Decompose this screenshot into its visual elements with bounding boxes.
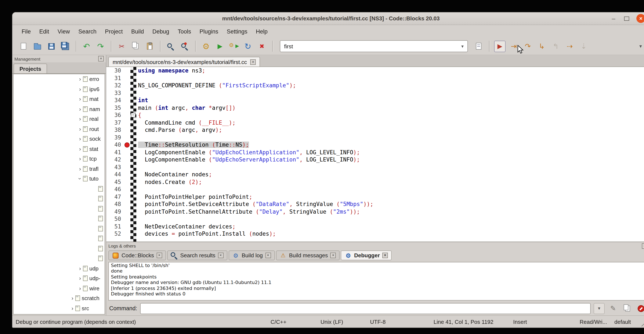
- tree-item-src[interactable]: ›src: [14, 303, 104, 313]
- chevron-down-icon[interactable]: ▾: [461, 44, 464, 49]
- save-all-button[interactable]: [60, 41, 71, 52]
- tree-item-stat[interactable]: ›stat: [14, 144, 104, 154]
- line-number[interactable]: 44: [106, 171, 123, 178]
- menu-build[interactable]: Build: [127, 26, 148, 37]
- tree-chevron-icon[interactable]: ›: [77, 266, 83, 271]
- tree-item-se[interactable]: se: [14, 233, 104, 243]
- code-line[interactable]: 45 nodes.Create (2);: [106, 178, 644, 186]
- breakpoint-icon[interactable]: [124, 142, 129, 148]
- tree-item-udp[interactable]: ›udp: [14, 263, 104, 273]
- code-line[interactable]: 36{: [106, 112, 644, 119]
- tree-item-se[interactable]: se: [14, 224, 104, 233]
- log-tab-code-blocks[interactable]: Code::Blocks×: [108, 250, 166, 260]
- open-file-button[interactable]: [32, 41, 43, 52]
- tree-chevron-icon[interactable]: ›: [77, 106, 83, 112]
- line-number[interactable]: 51: [106, 223, 123, 230]
- code-line[interactable]: 39: [106, 134, 644, 141]
- menu-view[interactable]: View: [53, 26, 74, 37]
- tree-item-th[interactable]: th: [14, 253, 104, 263]
- command-history-button[interactable]: ▾: [594, 303, 604, 314]
- code-line[interactable]: 30using namespace ns3;: [106, 67, 644, 74]
- tree-chevron-icon[interactable]: ›: [77, 77, 83, 82]
- find-button[interactable]: [165, 41, 176, 52]
- line-number[interactable]: 52: [106, 231, 123, 237]
- next-instruction-button[interactable]: ⇢: [564, 41, 576, 52]
- tree-item-scratch[interactable]: ›scratch: [14, 293, 104, 303]
- resize-grip-icon[interactable]: [640, 318, 644, 326]
- tree-item-wire[interactable]: ›wire: [14, 283, 104, 293]
- abort-build-button[interactable]: ✖: [256, 41, 268, 52]
- line-number[interactable]: 47: [106, 194, 123, 200]
- tree-chevron-icon[interactable]: ›: [77, 176, 83, 182]
- code-line[interactable]: 41 LogComponentEnable ("UdpEchoClientApp…: [106, 149, 644, 156]
- code-line[interactable]: 51 NetDeviceContainer devices;: [106, 223, 644, 230]
- copy-output-button[interactable]: [622, 303, 632, 314]
- code-line[interactable]: 37 CommandLine cmd (__FILE__);: [106, 119, 644, 126]
- build-button[interactable]: ⚙: [200, 41, 212, 52]
- tree-chevron-icon[interactable]: ›: [77, 156, 83, 162]
- cut-button[interactable]: ✂: [116, 41, 128, 52]
- search-combo[interactable]: first▾: [280, 40, 468, 52]
- menu-tools[interactable]: Tools: [174, 26, 195, 37]
- line-number[interactable]: 46: [106, 186, 123, 193]
- line-number[interactable]: 34: [106, 97, 123, 104]
- minimize-button[interactable]: –: [610, 15, 617, 22]
- line-number[interactable]: 33: [106, 90, 123, 96]
- tab-close-icon[interactable]: ×: [330, 253, 336, 258]
- code-editor[interactable]: − 30using namespace ns3;3132NS_LOG_COMPO…: [106, 67, 644, 242]
- code-line[interactable]: 35main (int argc, char *argv[]): [106, 104, 644, 112]
- edit-command-button[interactable]: ✎: [608, 303, 618, 314]
- tree-chevron-icon[interactable]: ›: [77, 126, 83, 132]
- tree-item-fir[interactable]: fir: [14, 194, 104, 204]
- new-file-button[interactable]: [18, 41, 29, 52]
- tree-chevron-icon[interactable]: ›: [70, 305, 75, 311]
- line-number[interactable]: 45: [106, 179, 123, 185]
- line-number[interactable]: 31: [106, 75, 123, 81]
- code-line[interactable]: 47 PointToPointHelper pointToPoint;: [106, 193, 644, 200]
- save-button[interactable]: [46, 41, 57, 52]
- code-line[interactable]: 42 LogComponentEnable ("UdpEchoServerApp…: [106, 156, 644, 163]
- tree-chevron-icon[interactable]: ›: [77, 96, 83, 102]
- step-into-instruction-button[interactable]: ⇣: [578, 41, 590, 52]
- tree-chevron-icon[interactable]: ›: [77, 136, 83, 142]
- fold-margin[interactable]: −: [130, 67, 136, 242]
- tree-item-fif[interactable]: fif: [14, 184, 104, 194]
- menu-settings[interactable]: Settings: [222, 26, 252, 37]
- redo-button[interactable]: ↷: [95, 41, 106, 52]
- tree-chevron-icon[interactable]: ›: [77, 166, 83, 172]
- line-number[interactable]: 30: [106, 68, 123, 74]
- tree-item-fo[interactable]: fo: [14, 204, 104, 214]
- close-button[interactable]: ×: [636, 14, 644, 23]
- menu-help[interactable]: Help: [252, 26, 272, 37]
- undo-button[interactable]: ↶: [81, 41, 92, 52]
- line-number[interactable]: 35: [106, 105, 123, 111]
- tree-item-ipv6[interactable]: ›ipv6: [14, 84, 104, 94]
- log-tab-build-messages[interactable]: ⚠Build messages×: [276, 250, 340, 260]
- build-and-run-button[interactable]: [228, 41, 240, 52]
- code-line[interactable]: 43: [106, 163, 644, 171]
- copy-button[interactable]: [130, 41, 142, 52]
- menu-search[interactable]: Search: [74, 26, 101, 37]
- line-number[interactable]: 38: [106, 127, 123, 133]
- line-number[interactable]: 48: [106, 201, 123, 207]
- search-options-button[interactable]: [473, 41, 484, 52]
- editor-tab-close-icon[interactable]: ×: [250, 59, 256, 65]
- code-line[interactable]: 46: [106, 186, 644, 193]
- tree-item-tcp[interactable]: ›tcp: [14, 154, 104, 164]
- menu-plugins[interactable]: Plugins: [195, 26, 222, 37]
- line-number[interactable]: 32: [106, 83, 123, 89]
- line-number[interactable]: 43: [106, 164, 123, 170]
- run-button[interactable]: ▶: [214, 41, 226, 52]
- editor-tab[interactable]: mnt/dev/tools/source/ns-3-dev/examples/t…: [108, 57, 260, 67]
- code-line[interactable]: 34int: [106, 97, 644, 104]
- debugger-command-input[interactable]: [140, 303, 591, 314]
- log-tab-debugger[interactable]: ⚙Debugger×: [341, 250, 392, 260]
- tree-item-he[interactable]: he: [14, 214, 104, 224]
- line-number[interactable]: 49: [106, 209, 123, 215]
- tree-item-sock[interactable]: ›sock: [14, 134, 104, 144]
- management-close-icon[interactable]: ×: [98, 56, 104, 62]
- line-number[interactable]: 39: [106, 134, 123, 141]
- code-line[interactable]: 33: [106, 89, 644, 97]
- line-number[interactable]: 36: [106, 112, 123, 119]
- tab-close-icon[interactable]: ×: [265, 253, 271, 258]
